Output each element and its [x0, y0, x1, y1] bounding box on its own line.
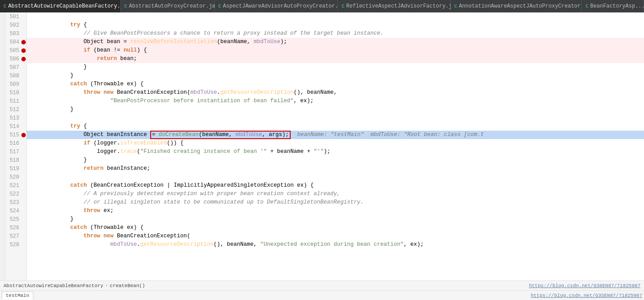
- code-line-502: try {: [27, 21, 644, 29]
- gutter-row-510: 510: [5, 88, 26, 97]
- bottom-tab-testmain[interactable]: testMain: [2, 292, 33, 300]
- tab-label-4: AnnotationAwareAspectJAutoProxyCreator.j…: [459, 3, 597, 9]
- left-icon-bar: [0, 12, 5, 280]
- breakpoint-515: [21, 133, 26, 137]
- code-522: // A previously detected exception with …: [30, 190, 340, 198]
- red-box-515: = doCreateBean(beanName, mbdToUse, args)…: [150, 131, 291, 139]
- tab-annotation-aware[interactable]: C AnnotationAwareAspectJAutoProxyCreator…: [451, 0, 582, 12]
- code-line-509: catch (Throwable ex) {: [27, 80, 644, 88]
- code-509: catch (Throwable ex) {: [30, 80, 144, 88]
- code-528: mbdToUse.getResourceDescription(), beanN…: [30, 240, 424, 249]
- ln-504: 504: [5, 39, 21, 45]
- gutter-row-512: 512: [5, 105, 26, 114]
- editor-container: 501 502 503 504 505 506 507 508: [0, 12, 644, 280]
- ln-522: 522: [5, 191, 21, 197]
- code-line-518: }: [27, 156, 644, 164]
- ln-505: 505: [5, 48, 21, 54]
- gutter-row-519: 519: [5, 164, 26, 173]
- gutter-row-511: 511: [5, 97, 26, 105]
- tab-label-3: ReflectiveAspectJAdvisorFactory.java: [346, 3, 461, 9]
- csdn-url[interactable]: https://blog.csdn.net/G38EN87/71825987: [529, 283, 640, 288]
- code-line-508: }: [27, 72, 644, 80]
- tab-bar: C AbstractAutowireCapableBeanFactory.jav…: [0, 0, 644, 12]
- ln-515: 515: [5, 132, 21, 138]
- ln-518: 518: [5, 157, 21, 164]
- code-514: try {: [30, 122, 87, 131]
- hint-515: beanName: "testMain" mbdToUse: "Root bea…: [291, 131, 484, 139]
- code-line-528: mbdToUse.getResourceDescription(), beanN…: [27, 240, 644, 249]
- code-527: throw new BeanCreationException(: [30, 232, 190, 240]
- code-519: return beanInstance;: [30, 164, 150, 173]
- code-line-526: catch (Throwable ex) {: [27, 224, 644, 232]
- gutter: 501 502 503 504 505 506 507 508: [5, 12, 27, 280]
- code-line-523: // or illegal singleton state to be comm…: [27, 198, 644, 207]
- ln-502: 502: [5, 22, 21, 28]
- tab-icon-5: C: [585, 4, 588, 9]
- ln-523: 523: [5, 200, 21, 206]
- ln-517: 517: [5, 149, 21, 155]
- code-line-513: [27, 114, 644, 122]
- code-516: if (logger.isTraceEnabled()) {: [30, 139, 184, 148]
- code-line-519: return beanInstance;: [27, 164, 644, 173]
- code-line-514: try {: [27, 122, 644, 131]
- gutter-row-520: 520: [5, 173, 26, 181]
- tab-abstract-autowire[interactable]: C AbstractAutowireCapableBeanFactory.jav…: [0, 0, 121, 12]
- gutter-row-523: 523: [5, 198, 26, 207]
- code-502: try {: [30, 21, 87, 29]
- breadcrumb-class: AbstractAutowireCapableBeanFactory: [4, 283, 103, 288]
- code-523: // or illegal singleton state to be comm…: [30, 198, 364, 207]
- ln-527: 527: [5, 233, 21, 240]
- gutter-row-528: 528: [5, 240, 26, 249]
- tab-label-1: AbstractAutoProxyCreator.java: [129, 3, 222, 9]
- code-line-510: throw new BeanCreationException(mbdToUse…: [27, 88, 644, 97]
- ln-516: 516: [5, 140, 21, 147]
- gutter-row-522: 522: [5, 190, 26, 198]
- tab-aspectj-aware[interactable]: C AspectJAwareAdvisorAutoProxyCreator.ja…: [215, 0, 338, 12]
- bp-504[interactable]: [21, 40, 26, 44]
- gutter-row-501: 501: [5, 12, 26, 21]
- gutter-row-502: 502: [5, 21, 26, 29]
- gutter-row-518: 518: [5, 156, 26, 164]
- bp-505[interactable]: [21, 48, 26, 53]
- code-area[interactable]: try { // Give BeanPostProcessors a chanc…: [27, 12, 644, 280]
- code-506: return bean;: [30, 55, 137, 63]
- tab-abstract-auto-proxy[interactable]: C AbstractAutoProxyCreator.java ×: [121, 0, 215, 12]
- gutter-row-524: 524: [5, 207, 26, 215]
- code-518: }: [30, 156, 87, 164]
- code-521: catch (BeanCreationException | Implicitl…: [30, 181, 314, 190]
- breadcrumb-sep: ›: [105, 283, 108, 288]
- code-line-506: return bean;: [27, 55, 644, 63]
- tab-icon-2: C: [218, 4, 221, 9]
- gutter-row-509: 509: [5, 80, 26, 88]
- gutter-row-517: 517: [5, 148, 26, 156]
- ln-525: 525: [5, 216, 21, 223]
- code-line-507: }: [27, 63, 644, 72]
- ln-510: 510: [5, 90, 21, 96]
- code-line-512: }: [27, 105, 644, 114]
- ln-507: 507: [5, 64, 21, 71]
- code-526: catch (Throwable ex) {: [30, 224, 144, 232]
- bp-506[interactable]: [21, 57, 26, 61]
- tab-reflective[interactable]: C ReflectiveAspectJAdvisorFactory.java ×: [338, 0, 451, 12]
- tab-icon-4: C: [454, 4, 457, 9]
- ln-528: 528: [5, 242, 21, 248]
- ln-511: 511: [5, 98, 21, 104]
- gutter-row-515: 515: [5, 131, 26, 139]
- gutter-row-514: 514: [5, 122, 26, 131]
- code-line-525: }: [27, 215, 644, 224]
- bottom-tab-bar: testMain https://blog.csdn.net/G3SEN87/7…: [0, 290, 644, 300]
- code-511: "BeanPostProcessor before instantiation …: [30, 97, 314, 105]
- code-507: }: [30, 63, 87, 72]
- bp-515[interactable]: [21, 133, 26, 137]
- gutter-row-506: 506: [5, 55, 26, 63]
- code-line-522: // A previously detected exception with …: [27, 190, 644, 198]
- gutter-row-527: 527: [5, 232, 26, 240]
- tab-bean-factory-asp[interactable]: C BeanFactoryAsp... ×: [582, 0, 644, 12]
- code-lines: try { // Give BeanPostProcessors a chanc…: [27, 12, 644, 249]
- code-517: logger.trace("Finished creating instance…: [30, 148, 330, 156]
- tab-icon-0: C: [4, 4, 7, 9]
- status-url[interactable]: https://blog.csdn.net/G3SEN87/71825987: [531, 293, 642, 298]
- breakpoint-505: [21, 48, 26, 53]
- ln-512: 512: [5, 107, 21, 113]
- code-505: if (bean != null) {: [30, 46, 147, 55]
